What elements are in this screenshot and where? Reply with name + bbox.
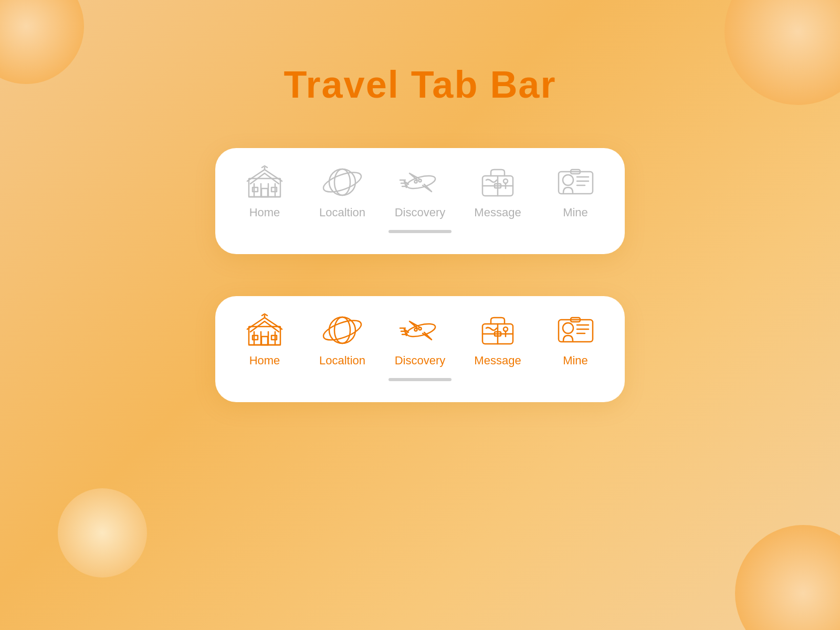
svg-point-43 <box>334 317 350 343</box>
tab-label-mine-inactive: Mine <box>563 206 588 219</box>
tab-bar-active: Home Localtion <box>215 296 625 402</box>
tab-item-home-inactive[interactable]: Home <box>233 164 296 219</box>
tab-bar-inactive-items: Home Localtion <box>226 164 614 219</box>
tab-label-message-inactive: Message <box>474 206 521 219</box>
location-icon-active <box>321 312 363 349</box>
tab-item-mine-active[interactable]: Mine <box>544 312 607 368</box>
svg-rect-7 <box>253 187 258 192</box>
message-icon-active <box>477 312 519 349</box>
location-icon <box>321 164 363 201</box>
home-icon <box>244 164 286 201</box>
tab-label-location-active: Localtion <box>319 354 365 368</box>
scroll-indicator-inactive <box>388 230 452 233</box>
deco-circle-bl <box>58 488 147 578</box>
mine-icon-active <box>554 312 596 349</box>
tab-label-message-active: Message <box>474 354 521 368</box>
tab-label-discovery-active: Discovery <box>395 354 446 368</box>
svg-point-46 <box>415 328 417 331</box>
svg-rect-6 <box>261 188 268 197</box>
tab-item-message-inactive[interactable]: Message <box>466 164 529 219</box>
tab-label-mine-active: Mine <box>563 354 588 368</box>
deco-circle-br <box>735 525 840 630</box>
mine-icon <box>554 164 596 201</box>
svg-point-57 <box>563 323 573 333</box>
tab-label-location-inactive: Localtion <box>319 206 365 219</box>
svg-point-45 <box>419 327 422 330</box>
home-icon-active <box>244 312 286 349</box>
discovery-icon <box>399 164 441 201</box>
svg-rect-38 <box>253 335 258 340</box>
message-icon <box>477 164 519 201</box>
scroll-indicator-active <box>388 378 452 381</box>
svg-rect-8 <box>271 187 277 192</box>
tab-label-home-active: Home <box>249 354 280 368</box>
tab-item-discovery-inactive[interactable]: Discovery <box>388 164 452 219</box>
svg-point-14 <box>419 179 422 182</box>
svg-point-15 <box>415 180 417 183</box>
tab-item-home-active[interactable]: Home <box>233 312 296 368</box>
svg-rect-37 <box>261 337 268 345</box>
svg-rect-39 <box>271 335 277 340</box>
svg-point-11 <box>321 168 364 195</box>
tab-bar-active-items: Home Localtion <box>226 312 614 368</box>
svg-point-12 <box>334 169 350 195</box>
tab-item-discovery-active[interactable]: Discovery <box>388 312 452 368</box>
tab-item-mine-inactive[interactable]: Mine <box>544 164 607 219</box>
discovery-icon-active <box>399 312 441 349</box>
svg-point-42 <box>321 316 364 343</box>
tab-bars-container: Home Localtion <box>0 148 840 402</box>
tab-item-message-active[interactable]: Message <box>466 312 529 368</box>
tab-item-location-active[interactable]: Localtion <box>311 312 374 368</box>
tab-label-discovery-inactive: Discovery <box>395 206 446 219</box>
tab-label-home-inactive: Home <box>249 206 280 219</box>
page-title: Travel Tab Bar <box>0 0 840 106</box>
svg-point-26 <box>563 175 573 185</box>
tab-item-location-inactive[interactable]: Localtion <box>311 164 374 219</box>
tab-bar-inactive: Home Localtion <box>215 148 625 254</box>
